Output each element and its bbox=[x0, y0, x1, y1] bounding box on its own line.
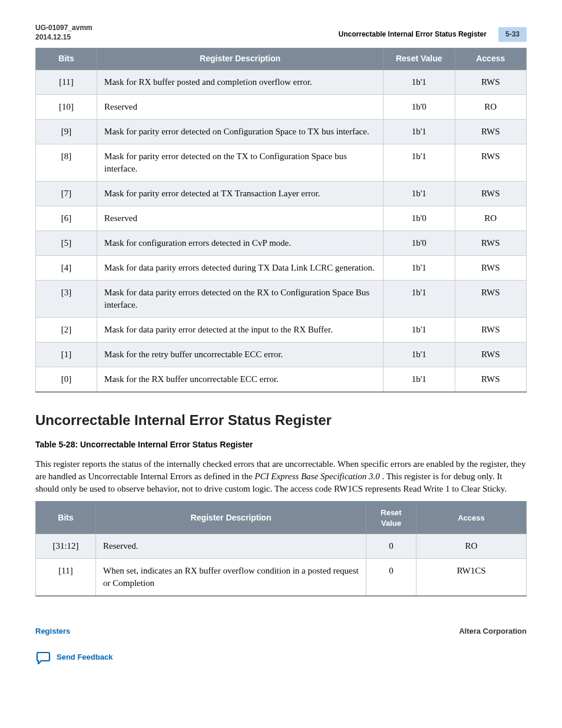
cell-desc: Reserved bbox=[97, 206, 384, 230]
page-footer: Registers Altera Corporation bbox=[35, 626, 527, 637]
cell-access: RO bbox=[455, 94, 527, 119]
cell-access: RWS bbox=[455, 317, 527, 342]
cell-bits: [11] bbox=[36, 70, 97, 94]
cell-access: RWS bbox=[455, 255, 527, 280]
cell-desc: Reserved. bbox=[95, 534, 366, 559]
cell-bits: [5] bbox=[36, 230, 97, 255]
feedback-icon bbox=[35, 651, 51, 664]
col-reset: Reset Value bbox=[366, 502, 416, 533]
table-row: [1]Mask for the retry buffer uncorrectab… bbox=[36, 342, 527, 367]
cell-reset: 1b'1 bbox=[384, 70, 455, 94]
table-row: [6]Reserved1b'0RO bbox=[36, 206, 527, 230]
footer-left[interactable]: Registers bbox=[35, 626, 70, 637]
cell-access: RWS bbox=[455, 367, 527, 392]
table-row: [3]Mask for data parity errors detected … bbox=[36, 280, 527, 317]
cell-access: RO bbox=[455, 206, 527, 230]
cell-desc: Mask for configuration errors detected i… bbox=[97, 230, 384, 255]
header-right: Uncorrectable Internal Error Status Regi… bbox=[339, 27, 527, 42]
section-paragraph: This register reports the status of the … bbox=[35, 458, 527, 495]
cell-desc: Mask for parity error detected on the TX… bbox=[97, 144, 384, 181]
cell-desc: Mask for data parity error detected at t… bbox=[97, 317, 384, 342]
table-caption: Table 5-28: Uncorrectable Internal Error… bbox=[35, 439, 527, 451]
col-access: Access bbox=[455, 48, 527, 70]
send-feedback-link[interactable]: Send Feedback bbox=[35, 651, 527, 664]
table-row: [8]Mask for parity error detected on the… bbox=[36, 144, 527, 181]
feedback-label: Send Feedback bbox=[57, 652, 113, 663]
section-heading: Uncorrectable Internal Error Status Regi… bbox=[35, 410, 527, 430]
footer-right: Altera Corporation bbox=[459, 626, 527, 637]
cell-desc: Mask for data parity errors detected dur… bbox=[97, 255, 384, 280]
cell-bits: [2] bbox=[36, 317, 97, 342]
cell-reset: 1b'1 bbox=[384, 367, 455, 392]
cell-desc: Mask for the retry buffer uncorrectable … bbox=[97, 342, 384, 367]
cell-desc: Mask for parity error detected on Config… bbox=[97, 119, 384, 144]
cell-desc: Reserved bbox=[97, 94, 384, 119]
register-table-1: Bits Register Description Reset Value Ac… bbox=[35, 48, 527, 393]
cell-access: RW1CS bbox=[416, 559, 526, 597]
cell-desc: When set, indicates an RX buffer overflo… bbox=[95, 559, 366, 597]
cell-bits: [9] bbox=[36, 119, 97, 144]
cell-reset: 1b'1 bbox=[384, 280, 455, 317]
col-desc: Register Description bbox=[95, 502, 366, 533]
cell-bits: [1] bbox=[36, 342, 97, 367]
table-row: [11]When set, indicates an RX buffer ove… bbox=[36, 559, 527, 597]
table-row: [5]Mask for configuration errors detecte… bbox=[36, 230, 527, 255]
cell-access: RWS bbox=[455, 342, 527, 367]
cell-bits: [0] bbox=[36, 367, 97, 392]
cell-access: RWS bbox=[455, 230, 527, 255]
cell-reset: 1b'1 bbox=[384, 119, 455, 144]
cell-bits: [31:12] bbox=[36, 534, 96, 559]
doc-id: UG-01097_avmm bbox=[35, 24, 92, 33]
col-access: Access bbox=[416, 502, 526, 533]
cell-access: RWS bbox=[455, 119, 527, 144]
cell-reset: 1b'1 bbox=[384, 342, 455, 367]
cell-reset: 1b'1 bbox=[384, 181, 455, 206]
table-row: [31:12]Reserved.0RO bbox=[36, 534, 527, 559]
cell-reset: 1b'0 bbox=[384, 94, 455, 119]
cell-access: RWS bbox=[455, 181, 527, 206]
para-text-1: This register reports the status of the … bbox=[35, 459, 480, 469]
table-row: [4]Mask for data parity errors detected … bbox=[36, 255, 527, 280]
page-header: UG-01097_avmm 2014.12.15 Uncorrectable I… bbox=[35, 24, 527, 42]
table-row: [0]Mask for the RX buffer uncorrectable … bbox=[36, 367, 527, 392]
table-row: [9]Mask for parity error detected on Con… bbox=[36, 119, 527, 144]
spec-name-italic: PCI Express Base Specification 3.0 bbox=[254, 472, 379, 481]
cell-bits: [7] bbox=[36, 181, 97, 206]
table-row: [10]Reserved1b'0RO bbox=[36, 94, 527, 119]
section-title-header: Uncorrectable Internal Error Status Regi… bbox=[339, 29, 487, 39]
col-desc: Register Description bbox=[97, 48, 384, 70]
cell-desc: Mask for the RX buffer uncorrectable ECC… bbox=[97, 367, 384, 392]
cell-reset: 0 bbox=[366, 559, 416, 597]
register-table-2: Bits Register Description Reset Value Ac… bbox=[35, 501, 527, 597]
cell-reset: 1b'1 bbox=[384, 317, 455, 342]
cell-bits: [11] bbox=[36, 559, 96, 597]
cell-access: RWS bbox=[455, 70, 527, 94]
cell-reset: 1b'0 bbox=[384, 206, 455, 230]
table-row: [7]Mask for parity error detected at TX … bbox=[36, 181, 527, 206]
cell-access: RO bbox=[416, 534, 526, 559]
cell-reset: 1b'1 bbox=[384, 144, 455, 181]
col-reset: Reset Value bbox=[384, 48, 455, 70]
col-bits: Bits bbox=[36, 48, 97, 70]
cell-bits: [10] bbox=[36, 94, 97, 119]
cell-access: RWS bbox=[455, 280, 527, 317]
cell-desc: Mask for parity error detected at TX Tra… bbox=[97, 181, 384, 206]
doc-id-block: UG-01097_avmm 2014.12.15 bbox=[35, 24, 92, 42]
table-row: [11]Mask for RX buffer posted and comple… bbox=[36, 70, 527, 94]
cell-bits: [6] bbox=[36, 206, 97, 230]
cell-bits: [8] bbox=[36, 144, 97, 181]
cell-reset: 1b'1 bbox=[384, 255, 455, 280]
cell-reset: 0 bbox=[366, 534, 416, 559]
page-number: 5-33 bbox=[498, 27, 527, 42]
cell-bits: [4] bbox=[36, 255, 97, 280]
doc-date: 2014.12.15 bbox=[35, 33, 92, 42]
cell-desc: Mask for data parity errors detected on … bbox=[97, 280, 384, 317]
cell-reset: 1b'0 bbox=[384, 230, 455, 255]
table-row: [2]Mask for data parity error detected a… bbox=[36, 317, 527, 342]
cell-desc: Mask for RX buffer posted and completion… bbox=[97, 70, 384, 94]
cell-bits: [3] bbox=[36, 280, 97, 317]
col-bits: Bits bbox=[36, 502, 96, 533]
cell-access: RWS bbox=[455, 144, 527, 181]
